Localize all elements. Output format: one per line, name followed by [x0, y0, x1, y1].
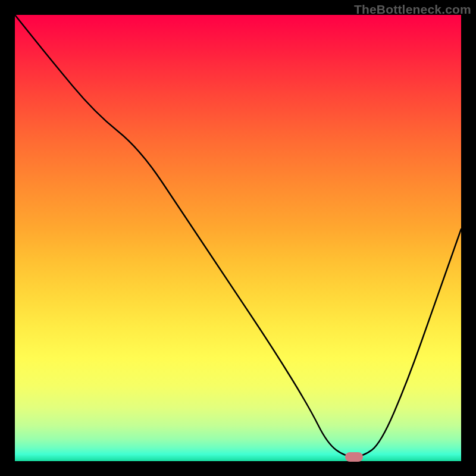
curve-svg	[15, 15, 461, 461]
optimal-point-marker	[345, 452, 363, 462]
bottleneck-chart: TheBottleneck.com	[0, 0, 476, 476]
bottleneck-curve-path	[15, 15, 461, 457]
plot-area	[15, 15, 461, 461]
watermark-text: TheBottleneck.com	[354, 2, 471, 17]
